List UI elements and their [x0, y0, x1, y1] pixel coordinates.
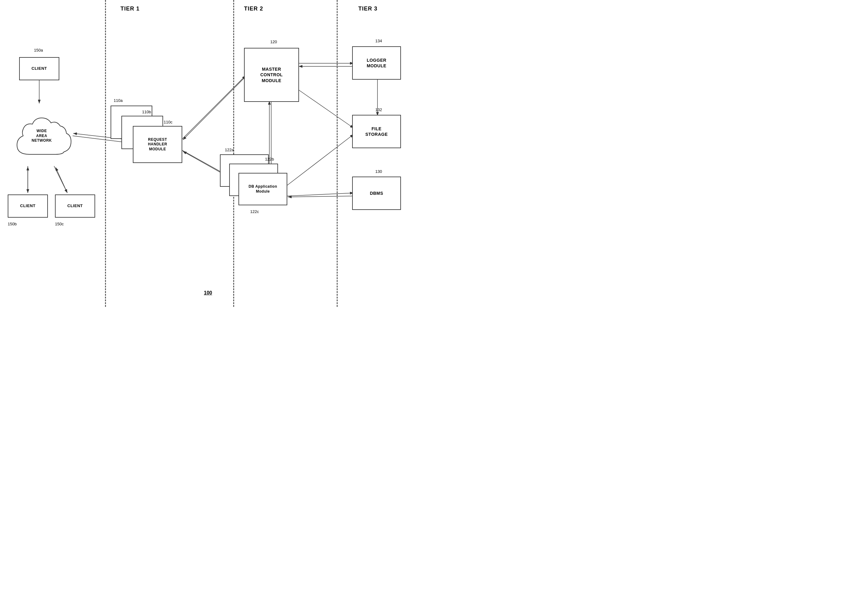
ref-110a: 110a: [114, 98, 123, 103]
divider-3: [337, 0, 338, 307]
svg-line-6: [56, 167, 67, 193]
client-150c-box: CLIENT: [55, 194, 95, 218]
ref-150c: 150c: [55, 222, 64, 226]
ref-122b: 122b: [265, 157, 274, 161]
client-150b-box: CLIENT: [8, 194, 48, 218]
ref-130: 130: [375, 169, 382, 174]
tier2-label: TIER 2: [244, 6, 263, 12]
mcm-120-box: MASTER CONTROL MODULE: [244, 48, 299, 102]
ref-122a: 122a: [225, 147, 234, 152]
svg-line-19: [298, 90, 354, 128]
wan-label: WIDE AREA NETWORK: [31, 129, 52, 143]
dbam-122c-box: DB Application Module: [239, 173, 287, 205]
ref-122c: 122c: [250, 209, 259, 214]
svg-line-20: [287, 134, 354, 185]
ref-150a: 150a: [34, 48, 43, 53]
divider-2: [233, 0, 234, 307]
ref-150b: 150b: [8, 222, 17, 226]
dbms-130-box: DBMS: [352, 177, 401, 210]
figure-number: 100: [204, 290, 212, 296]
svg-line-23: [288, 196, 354, 197]
client-150a-box: CLIENT: [19, 57, 59, 80]
rhm-110c-box: REQUEST HANDLER MODULE: [133, 126, 182, 163]
svg-line-22: [287, 193, 354, 196]
ref-134: 134: [375, 39, 382, 43]
diagram-container: TIER 1 TIER 2 TIER 3 WIDE AREA NETWORK C…: [0, 0, 434, 307]
wan-cloud: WIDE AREA NETWORK: [11, 105, 73, 167]
ref-132: 132: [375, 107, 382, 112]
logger-134-box: LOGGER MODULE: [352, 46, 401, 80]
divider-1: [105, 0, 106, 307]
svg-line-4: [54, 166, 67, 193]
svg-line-12: [183, 76, 245, 140]
tier1-label: TIER 1: [121, 6, 140, 12]
filestorage-132-box: FILE STORAGE: [352, 115, 401, 148]
ref-110c: 110c: [164, 120, 172, 124]
ref-120: 120: [270, 40, 277, 44]
tier3-label: TIER 3: [358, 6, 377, 12]
ref-110b: 110b: [142, 110, 151, 114]
svg-line-11: [182, 76, 245, 139]
